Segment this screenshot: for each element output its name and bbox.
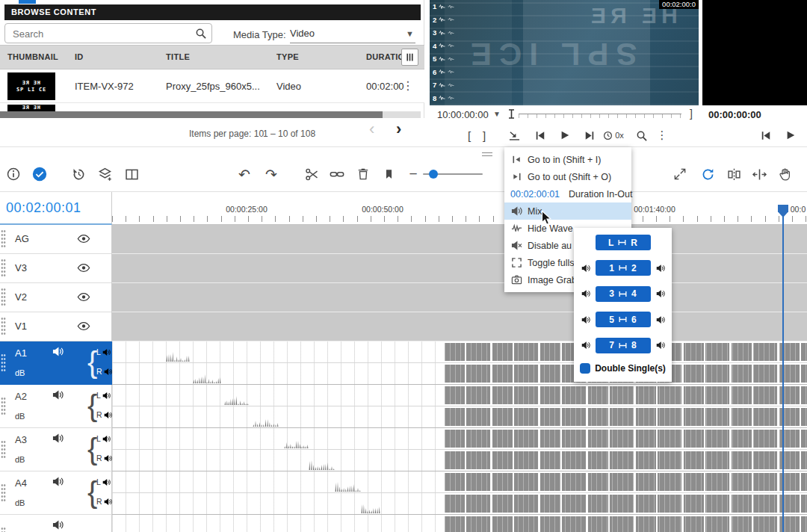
razor-icon[interactable] (724, 164, 743, 184)
col-thumbnail[interactable]: THUMBNAIL (7, 46, 58, 69)
speaker-icon[interactable] (104, 498, 112, 506)
audio-clip-blocks[interactable] (445, 516, 807, 532)
zoom-slider-thumb[interactable] (429, 170, 438, 179)
next-frame-button[interactable] (581, 126, 599, 144)
mix-pair-button-5-6[interactable]: 5 6 (596, 312, 651, 327)
column-settings-button[interactable] (401, 49, 418, 66)
speaker-icon[interactable] (656, 289, 665, 298)
track-drag-handle[interactable] (1, 259, 6, 278)
menu-item-go-to-out[interactable]: Go to out (Shift + O) (504, 168, 631, 185)
record-timecode[interactable]: 00:00:00:00 (708, 109, 761, 120)
audio-clip-blocks[interactable] (445, 473, 807, 491)
track-header-A1[interactable]: A1dB{ L R (0, 341, 112, 385)
track-header-A2[interactable]: A2dB{ L R (0, 385, 112, 428)
prev-page-button[interactable]: ‹ (369, 120, 374, 139)
track-header-A3[interactable]: A3dB{ L R (0, 428, 112, 471)
speaker-icon[interactable] (52, 433, 64, 444)
delete-icon[interactable] (353, 164, 373, 184)
track-drag-handle[interactable] (1, 397, 6, 416)
track-drag-handle[interactable] (1, 317, 6, 336)
speaker-icon[interactable] (102, 392, 111, 400)
speaker-icon[interactable] (656, 264, 665, 273)
track-header-partial[interactable] (0, 515, 112, 532)
approve-icon[interactable] (30, 164, 49, 184)
track-drag-handle[interactable] (1, 440, 6, 460)
next-page-button[interactable]: › (396, 120, 401, 139)
track-drag-handle[interactable] (1, 527, 6, 532)
audio-sublane[interactable] (112, 428, 807, 450)
search-icon[interactable] (195, 28, 206, 39)
search-input[interactable] (11, 25, 190, 43)
track-lane-A2[interactable] (112, 385, 807, 428)
split-view-icon[interactable] (122, 164, 141, 184)
items-per-page-label[interactable]: Items per page: 10 (189, 129, 264, 139)
speaker-icon[interactable] (581, 289, 590, 298)
zoom-slider[interactable] (423, 173, 483, 175)
previous-frame-button[interactable] (531, 126, 549, 144)
menu-item-mix[interactable]: Mix (504, 202, 631, 220)
speaker-icon[interactable] (102, 348, 111, 356)
speaker-icon[interactable] (104, 454, 112, 463)
trim-icon[interactable] (749, 164, 769, 184)
audio-sublane[interactable] (112, 450, 807, 471)
mix-pair-button-L-R[interactable]: L R (596, 235, 651, 250)
horizontal-scrollbar[interactable] (0, 111, 421, 118)
source-video-viewport[interactable]: 1 2 3 4 5 6 7 (430, 0, 699, 105)
speaker-icon[interactable] (102, 478, 111, 486)
undo-icon[interactable]: ↶ (235, 164, 254, 184)
col-type[interactable]: TYPE (276, 46, 299, 69)
track-header-V1[interactable]: V1 (0, 312, 112, 341)
track-lane-A1[interactable] (112, 341, 807, 385)
audio-sublane[interactable] (112, 363, 807, 384)
track-header-A4[interactable]: A4dB{ L R (0, 471, 112, 515)
link-clips-icon[interactable] (327, 164, 347, 184)
menu-item-go-to-in[interactable]: Go to in (Shift + I) (504, 151, 631, 168)
speaker-icon[interactable] (656, 341, 665, 350)
record-video-viewport[interactable] (702, 0, 807, 105)
timeline-ruler[interactable]: 00:00:25:0000:00:50:0000:01:40:0000:0 (112, 192, 807, 225)
audio-sublane[interactable] (112, 493, 807, 514)
track-drag-handle[interactable] (1, 483, 6, 503)
speaker-icon[interactable] (104, 411, 112, 419)
audio-sublane[interactable] (112, 385, 807, 406)
speaker-icon[interactable] (52, 389, 64, 400)
zoom-icon[interactable] (632, 126, 650, 144)
track-lane-V2[interactable] (112, 283, 807, 312)
track-drag-handle[interactable] (1, 229, 6, 249)
audio-sublane[interactable] (112, 341, 807, 363)
expand-icon[interactable] (670, 164, 690, 184)
audio-sublane[interactable] (112, 406, 807, 427)
panel-resize-handle[interactable] (482, 152, 492, 156)
track-drag-handle[interactable] (1, 353, 6, 373)
mix-pair-button-3-4[interactable]: 3 4 (596, 286, 651, 302)
mix-pair-button-7-8[interactable]: 7 8 (596, 338, 651, 353)
speaker-icon[interactable] (52, 346, 64, 357)
eye-icon[interactable] (77, 234, 90, 244)
media-type-select[interactable]: Video ▼ (290, 25, 415, 43)
eye-icon[interactable] (77, 263, 90, 273)
play-button[interactable] (782, 126, 800, 144)
audio-clip-blocks[interactable] (445, 386, 807, 404)
track-lane-V1[interactable] (112, 312, 807, 341)
speaker-icon[interactable] (656, 315, 665, 324)
history-icon[interactable] (69, 164, 88, 184)
audio-clip-blocks[interactable] (445, 430, 807, 448)
speaker-icon[interactable] (581, 264, 590, 273)
double-singles-option[interactable]: Double Single(s) (580, 363, 666, 374)
insert-clip-button[interactable] (505, 126, 523, 144)
track-header-V2[interactable]: V2 (0, 283, 112, 312)
thumbnail-partial[interactable]: HE RE (7, 105, 55, 111)
playback-speed-button[interactable]: 0x (600, 126, 627, 144)
more-options-button[interactable]: ⋮ (653, 126, 671, 144)
zoom-out-icon[interactable]: − (404, 164, 423, 184)
audio-clip-blocks[interactable] (445, 495, 807, 513)
track-lane-partial[interactable] (112, 515, 807, 532)
menu-item-duration-in-out[interactable]: 00:02:00:01 Duration In-Out (504, 185, 631, 202)
audio-clip-blocks[interactable] (445, 451, 807, 469)
speaker-icon[interactable] (104, 368, 112, 376)
col-id[interactable]: ID (75, 46, 84, 69)
track-lane-V3[interactable] (112, 254, 807, 283)
scrub-playhead-handle[interactable] (508, 109, 515, 119)
eye-icon[interactable] (77, 321, 90, 331)
add-layers-icon[interactable] (95, 164, 114, 184)
